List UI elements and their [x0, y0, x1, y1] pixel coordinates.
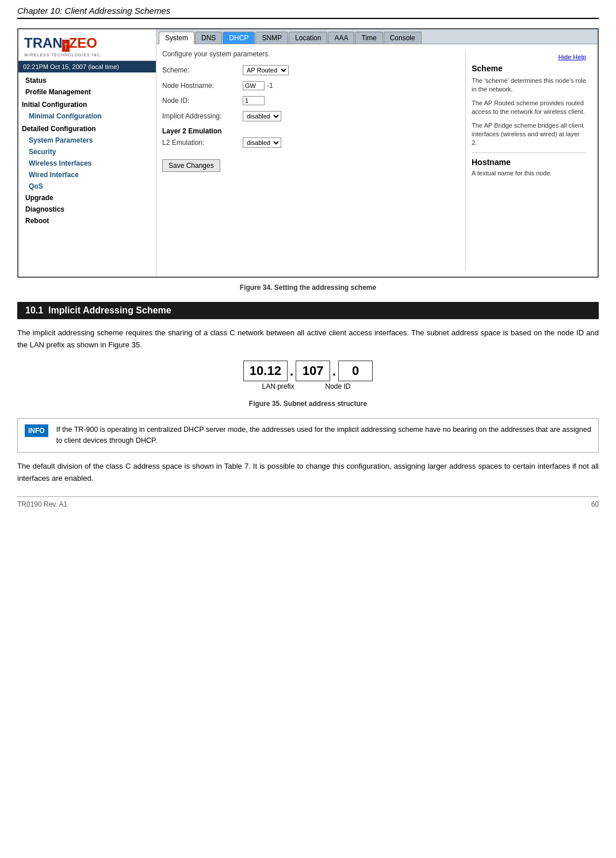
sidebar-item-sysparams[interactable]: System Parameters	[18, 135, 156, 146]
sidebar-section-initial: Initial Configuration	[18, 99, 156, 110]
page-number: 60	[591, 500, 599, 508]
hostname-suffix: -1	[267, 82, 273, 90]
nodeid-input[interactable]	[243, 96, 265, 105]
save-changes-button[interactable]: Save Changes	[162, 159, 220, 172]
ui-container: TRAN↑ZEO WIRELESS TECHNOLOGIES INC. 02:2…	[18, 29, 598, 277]
subnet-octet2: 107	[296, 361, 330, 381]
tab-dns[interactable]: DNS	[195, 32, 222, 44]
form-row-hostname: Node Hostname: -1	[162, 81, 460, 90]
scheme-select[interactable]: AP Routed AP Bridge	[243, 65, 289, 75]
sidebar-item-wireless[interactable]: Wireless Interfaces	[18, 158, 156, 169]
sidebar-item-security[interactable]: Security	[18, 146, 156, 158]
sidebar-item-reboot[interactable]: Reboot	[18, 215, 156, 227]
subnet-label2: Node ID	[321, 382, 355, 390]
main-panel: System DNS DHCP SNMP Location AAA Time C…	[156, 29, 598, 277]
sidebar: TRAN↑ZEO WIRELESS TECHNOLOGIES INC. 02:2…	[18, 29, 156, 277]
logo-tagline: WIRELESS TECHNOLOGIES INC.	[24, 53, 102, 57]
section-number: 10.1	[25, 305, 43, 315]
nodeid-label: Node ID:	[162, 97, 243, 105]
sidebar-section-detailed: Detailed Configuration	[18, 123, 156, 135]
sidebar-item-qos[interactable]: QoS	[18, 181, 156, 192]
tab-snmp[interactable]: SNMP	[255, 32, 288, 44]
implicit-label: Implicit Addressing:	[162, 112, 243, 120]
help-divider	[472, 152, 586, 153]
tab-system[interactable]: System	[159, 32, 194, 44]
sidebar-logo: TRAN↑ZEO WIRELESS TECHNOLOGIES INC.	[18, 29, 156, 61]
subnet-figure: 10.12 . 107 . 0 LAN prefix Node ID	[17, 361, 599, 390]
subnet-diagram: 10.12 . 107 . 0	[243, 361, 373, 381]
l2-label: L2 Emulation:	[162, 139, 243, 147]
sidebar-item-diagnostics[interactable]: Diagnostics	[18, 204, 156, 215]
sidebar-time: 02:21PM Oct 15, 2007 (local time)	[18, 61, 156, 72]
info-text: If the TR-900 is operating in centralize…	[56, 424, 591, 447]
tab-bar: System DNS DHCP SNMP Location AAA Time C…	[156, 29, 598, 44]
info-box: INFO If the TR-900 is operating in centr…	[17, 418, 599, 453]
subnet-octet3: 0	[338, 361, 373, 381]
figure34-caption: Figure 34. Setting the addressing scheme	[17, 284, 599, 292]
sidebar-item-status[interactable]: Status	[18, 75, 156, 86]
help-scheme-text2: The AP Routed scheme provides routed acc…	[472, 99, 586, 117]
tab-dhcp[interactable]: DHCP	[223, 32, 255, 44]
implicit-select[interactable]: disabled enabled	[243, 111, 281, 121]
help-hostname-title: Hostname	[472, 158, 586, 167]
hide-help-link[interactable]: Hide Help	[472, 53, 586, 60]
scheme-control: AP Routed AP Bridge	[243, 65, 289, 75]
section-title: Implicit Addressing Scheme	[48, 305, 171, 315]
screenshot-box: TRAN↑ZEO WIRELESS TECHNOLOGIES INC. 02:2…	[17, 28, 599, 278]
tab-aaa[interactable]: AAA	[328, 32, 354, 44]
l2-control: disabled enabled	[243, 137, 281, 148]
chapter-title: Chapter 10: Client Addressing Schemes	[17, 6, 170, 16]
hostname-control: -1	[243, 81, 273, 90]
section-101-heading: 10.1 Implicit Addressing Scheme	[17, 302, 599, 319]
hostname-prefix-input[interactable]	[243, 81, 265, 90]
sidebar-item-wired[interactable]: Wired Interface	[18, 169, 156, 181]
subnet-dot1: .	[290, 364, 293, 381]
help-hostname-text: A textual name for this node.	[472, 169, 586, 178]
form-row-nodeid: Node ID:	[162, 96, 460, 105]
main-content: Configure your system parameters. Scheme…	[156, 44, 598, 277]
sidebar-menu: Status Profile Management Initial Config…	[18, 72, 156, 229]
paragraph-2: The default division of the class C addr…	[17, 461, 599, 485]
logo-tran: TRAN	[24, 35, 63, 51]
hostname-label: Node Hostname:	[162, 82, 243, 90]
logo: TRAN↑ZEO	[24, 35, 97, 52]
page-footer: TR0190 Rev. A1 60	[17, 496, 599, 508]
subnet-labels: LAN prefix Node ID	[261, 382, 355, 390]
subnet-dot2: .	[332, 364, 336, 381]
tab-console[interactable]: Console	[384, 32, 422, 44]
scheme-label: Scheme:	[162, 66, 243, 74]
help-scheme-title: Scheme	[472, 64, 586, 73]
implicit-control: disabled enabled	[243, 111, 281, 121]
footer-revision: TR0190 Rev. A1	[17, 500, 67, 508]
form-intro: Configure your system parameters.	[162, 50, 460, 58]
tab-location[interactable]: Location	[289, 32, 327, 44]
logo-zeo: ZEO	[69, 35, 97, 51]
nodeid-control	[243, 96, 265, 105]
sidebar-item-upgrade[interactable]: Upgrade	[18, 192, 156, 204]
page-header: Chapter 10: Client Addressing Schemes	[17, 6, 599, 19]
tab-time[interactable]: Time	[355, 32, 382, 44]
subnet-octet1: 10.12	[243, 361, 288, 381]
info-badge: INFO	[25, 424, 48, 437]
form-row-l2: L2 Emulation: disabled enabled	[162, 137, 460, 148]
subnet-label1: LAN prefix	[261, 382, 296, 390]
form-area: Configure your system parameters. Scheme…	[162, 50, 465, 271]
help-scheme-text3: The AP Bridge scheme bridges all client …	[472, 121, 586, 148]
layer2-section-label: Layer 2 Emulation	[162, 127, 460, 135]
form-row-scheme: Scheme: AP Routed AP Bridge	[162, 65, 460, 75]
paragraph-1: The implicit addressing scheme requires …	[17, 327, 599, 351]
sidebar-item-profile[interactable]: Profile Management	[18, 86, 156, 98]
form-row-implicit: Implicit Addressing: disabled enabled	[162, 111, 460, 121]
figure35-caption-text: Figure 35. Subnet address structure	[249, 400, 367, 408]
sidebar-item-minimal[interactable]: Minimal Configuration	[18, 110, 156, 122]
l2-select[interactable]: disabled enabled	[243, 137, 281, 148]
figure34-caption-text: Figure 34. Setting the addressing scheme	[240, 284, 376, 292]
help-panel: Hide Help Scheme The 'scheme' determines…	[465, 50, 592, 271]
figure35-caption: Figure 35. Subnet address structure	[17, 400, 599, 408]
help-scheme-text1: The 'scheme' determines this node's role…	[472, 76, 586, 94]
